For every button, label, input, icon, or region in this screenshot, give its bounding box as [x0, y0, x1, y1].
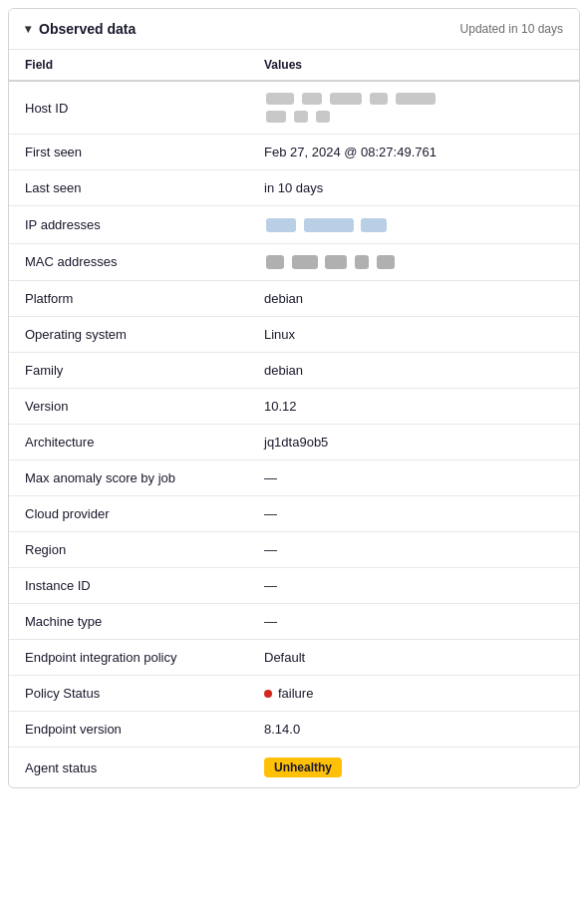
mac-block: [292, 255, 318, 269]
table-row: Machine type—: [9, 604, 579, 640]
failure-label: failure: [278, 686, 313, 701]
table-row: Endpoint version8.14.0: [9, 712, 579, 748]
table-row: Endpoint integration policyDefault: [9, 640, 579, 676]
field-label: Region: [9, 532, 248, 568]
blurred-segment: [396, 93, 436, 105]
column-header-field: Field: [9, 50, 248, 81]
table-row: Familydebian: [9, 353, 579, 389]
table-row: Platformdebian: [9, 281, 579, 317]
field-value: [248, 243, 579, 281]
field-label: MAC addresses: [9, 243, 248, 281]
column-header-values: Values: [248, 50, 579, 81]
ip-block: [361, 218, 387, 232]
panel-title-text: Observed data: [39, 21, 136, 37]
table-row: Policy Status failure: [9, 676, 579, 712]
field-value: debian: [248, 353, 579, 389]
agent-status-badge: Unhealthy: [264, 758, 342, 777]
blurred-segment: [266, 93, 294, 105]
field-label: Architecture: [9, 425, 248, 460]
blurred-segment: [294, 111, 308, 123]
field-label: Last seen: [9, 170, 248, 206]
dash-placeholder: —: [264, 614, 277, 629]
field-label: Agent status: [9, 748, 248, 788]
field-label: Machine type: [9, 604, 248, 640]
ip-block: [266, 218, 296, 232]
table-row: Cloud provider—: [9, 496, 579, 532]
blurred-segment: [316, 111, 330, 123]
field-label: Policy Status: [9, 676, 248, 712]
dash-placeholder: —: [264, 578, 277, 593]
field-label: Family: [9, 353, 248, 389]
field-value: failure: [248, 676, 579, 712]
field-label: Max anomaly score by job: [9, 460, 248, 496]
field-label: Endpoint version: [9, 712, 248, 748]
table-row: Max anomaly score by job—: [9, 460, 579, 496]
field-value: jq1dta9ob5: [248, 425, 579, 460]
field-label: Platform: [9, 281, 248, 317]
table-row: Instance ID—: [9, 568, 579, 604]
failure-indicator: [264, 690, 272, 698]
ip-addresses-value: [264, 216, 563, 233]
field-value: 10.12: [248, 389, 579, 425]
field-value: —: [248, 532, 579, 568]
table-row: Host ID: [9, 81, 579, 135]
field-value: [248, 81, 579, 135]
mac-block: [266, 255, 284, 269]
policy-status-value: failure: [264, 686, 563, 701]
table-row: MAC addresses: [9, 243, 579, 281]
field-label: Operating system: [9, 317, 248, 353]
field-label: Cloud provider: [9, 496, 248, 532]
field-value: in 10 days: [248, 170, 579, 206]
field-value: [248, 206, 579, 244]
field-value: debian: [248, 281, 579, 317]
host-id-value: [264, 92, 563, 124]
mac-block: [325, 255, 347, 269]
panel-header: ▾ Observed data Updated in 10 days: [9, 9, 579, 50]
field-value: Feb 27, 2024 @ 08:27:49.761: [248, 135, 579, 170]
mac-block: [377, 255, 395, 269]
blurred-segment: [302, 93, 322, 105]
chevron-icon: ▾: [25, 22, 31, 36]
field-value: —: [248, 460, 579, 496]
table-row: First seenFeb 27, 2024 @ 08:27:49.761: [9, 135, 579, 170]
table-row: Architecturejq1dta9ob5: [9, 425, 579, 460]
observed-data-panel: ▾ Observed data Updated in 10 days Field…: [8, 8, 580, 788]
mac-block: [355, 255, 369, 269]
blurred-segment: [330, 93, 362, 105]
observed-data-table: Field Values Host ID First se: [9, 50, 579, 787]
field-value: Unhealthy: [248, 748, 579, 788]
updated-timestamp: Updated in 10 days: [460, 22, 563, 36]
field-label: Version: [9, 389, 248, 425]
field-label: IP addresses: [9, 206, 248, 244]
table-row: Agent statusUnhealthy: [9, 748, 579, 788]
table-row: Region—: [9, 532, 579, 568]
field-label: Endpoint integration policy: [9, 640, 248, 676]
panel-title[interactable]: ▾ Observed data: [25, 21, 136, 37]
field-value: —: [248, 604, 579, 640]
host-id-row-2: [264, 110, 563, 124]
field-label: Host ID: [9, 81, 248, 135]
table-row: Operating systemLinux: [9, 317, 579, 353]
mac-addresses-value: [264, 254, 563, 271]
host-id-row-1: [264, 92, 563, 106]
dash-placeholder: —: [264, 470, 277, 485]
dash-placeholder: —: [264, 542, 277, 557]
blurred-segment: [370, 93, 388, 105]
table-row: IP addresses: [9, 206, 579, 244]
table-row: Last seenin 10 days: [9, 170, 579, 206]
field-value: 8.14.0: [248, 712, 579, 748]
field-label: First seen: [9, 135, 248, 170]
field-value: —: [248, 496, 579, 532]
ip-block: [304, 218, 354, 232]
field-value: Linux: [248, 317, 579, 353]
field-value: —: [248, 568, 579, 604]
blurred-segment: [266, 111, 286, 123]
field-label: Instance ID: [9, 568, 248, 604]
table-row: Version10.12: [9, 389, 579, 425]
field-value: Default: [248, 640, 579, 676]
dash-placeholder: —: [264, 506, 277, 521]
